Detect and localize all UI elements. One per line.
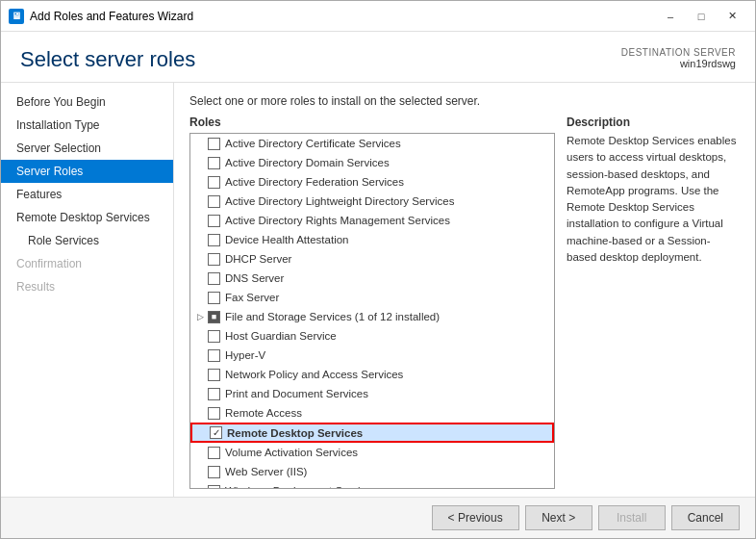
- sidebar-item-remote-desktop-services[interactable]: Remote Desktop Services: [1, 206, 173, 229]
- server-name: win19rdswg: [621, 58, 736, 69]
- role-label: DHCP Server: [225, 253, 291, 265]
- close-button[interactable]: ✕: [717, 3, 747, 30]
- expand-icon: [194, 292, 206, 303]
- sidebar-item-confirmation: Confirmation: [1, 252, 173, 275]
- expand-icon: [194, 349, 206, 361]
- expand-icon: [194, 330, 206, 342]
- role-checkbox[interactable]: [208, 330, 220, 343]
- expand-icon: [194, 253, 206, 265]
- footer: < Previous Next > Install Cancel: [1, 497, 755, 538]
- expand-icon: [194, 138, 206, 149]
- role-checkbox[interactable]: ✓: [210, 426, 222, 439]
- window-title: Add Roles and Features Wizard: [30, 10, 655, 23]
- role-checkbox[interactable]: [208, 388, 220, 400]
- role-label: Hyper-V: [225, 349, 265, 361]
- sidebar-item-server-roles[interactable]: Server Roles: [1, 160, 173, 183]
- role-label: Device Health Attestation: [225, 234, 349, 245]
- role-label: Active Directory Federation Services: [225, 176, 404, 188]
- sidebar-item-before-you-begin[interactable]: Before You Begin: [1, 90, 173, 114]
- role-label: Remote Access: [225, 407, 302, 419]
- page-title: Select server roles: [20, 47, 195, 72]
- sidebar-item-installation-type[interactable]: Installation Type: [1, 114, 173, 137]
- role-label: Active Directory Certificate Services: [225, 138, 401, 149]
- main-window: 🖥 Add Roles and Features Wizard – □ ✕ Se…: [0, 0, 756, 539]
- expand-icon: [196, 427, 208, 439]
- sidebar-item-features[interactable]: Features: [1, 183, 173, 206]
- window-controls: – □ ✕: [655, 3, 747, 30]
- role-label: Volume Activation Services: [225, 447, 358, 458]
- expand-icon: [194, 447, 206, 458]
- role-item[interactable]: Volume Activation Services: [190, 443, 554, 462]
- role-item[interactable]: Windows Deployment Services: [190, 481, 554, 489]
- title-bar: 🖥 Add Roles and Features Wizard – □ ✕: [1, 1, 755, 32]
- expand-icon: [194, 272, 206, 284]
- role-checkbox[interactable]: [208, 234, 220, 246]
- role-item[interactable]: DHCP Server: [190, 249, 554, 269]
- role-checkbox[interactable]: [208, 215, 220, 227]
- role-item[interactable]: Network Policy and Access Services: [190, 365, 554, 384]
- role-label: Print and Document Services: [225, 388, 368, 399]
- role-checkbox[interactable]: [208, 138, 220, 150]
- role-item[interactable]: Fax Server: [190, 288, 554, 307]
- role-label: Host Guardian Service: [225, 330, 337, 342]
- roles-list[interactable]: Active Directory Certificate ServicesAct…: [189, 133, 555, 489]
- role-item[interactable]: Host Guardian Service: [190, 326, 554, 346]
- role-item[interactable]: Web Server (IIS): [190, 462, 554, 481]
- role-label: Fax Server: [225, 292, 279, 303]
- role-checkbox[interactable]: [208, 407, 220, 420]
- role-label: Network Policy and Access Services: [225, 369, 403, 380]
- roles-label: Roles: [189, 116, 555, 129]
- role-item[interactable]: Remote Access: [190, 403, 554, 423]
- role-label: Active Directory Lightweight Directory S…: [225, 195, 454, 207]
- main-body: Before You Begin Installation Type Serve…: [1, 83, 755, 497]
- role-item[interactable]: Active Directory Lightweight Directory S…: [190, 192, 554, 211]
- header-section: Select server roles DESTINATION SERVER w…: [1, 32, 755, 83]
- sidebar-item-server-selection[interactable]: Server Selection: [1, 137, 173, 160]
- role-item[interactable]: Active Directory Federation Services: [190, 172, 554, 192]
- role-item[interactable]: DNS Server: [190, 269, 554, 288]
- role-item[interactable]: ✓Remote Desktop Services: [190, 423, 554, 443]
- role-label: Windows Deployment Services: [225, 485, 378, 489]
- instruction-text: Select one or more roles to install on t…: [189, 94, 740, 108]
- expand-icon: [194, 388, 206, 399]
- role-checkbox[interactable]: [208, 253, 220, 266]
- app-icon: 🖥: [9, 9, 24, 24]
- role-checkbox[interactable]: [208, 369, 220, 381]
- previous-button[interactable]: < Previous: [432, 505, 519, 530]
- sidebar-item-role-services[interactable]: Role Services: [1, 229, 173, 252]
- role-checkbox[interactable]: [208, 272, 220, 285]
- role-item[interactable]: Active Directory Certificate Services: [190, 134, 554, 153]
- role-checkbox[interactable]: ■: [208, 311, 220, 323]
- role-label: File and Storage Services (1 of 12 insta…: [225, 311, 440, 322]
- sidebar-item-results: Results: [1, 275, 173, 298]
- role-checkbox[interactable]: [208, 466, 220, 478]
- role-checkbox[interactable]: [208, 195, 220, 208]
- expand-icon: [194, 176, 206, 188]
- role-checkbox[interactable]: [208, 157, 220, 169]
- role-checkbox[interactable]: [208, 447, 220, 459]
- description-label: Description: [567, 116, 740, 129]
- content-area: Select server roles DESTINATION SERVER w…: [1, 32, 755, 538]
- maximize-button[interactable]: □: [686, 3, 717, 30]
- expand-icon: [194, 466, 206, 477]
- destination-label: DESTINATION SERVER: [621, 47, 736, 58]
- role-item[interactable]: Print and Document Services: [190, 384, 554, 403]
- role-item[interactable]: Active Directory Domain Services: [190, 153, 554, 172]
- role-checkbox[interactable]: [208, 176, 220, 189]
- cancel-button[interactable]: Cancel: [671, 505, 740, 530]
- role-label: Active Directory Rights Management Servi…: [225, 215, 450, 226]
- role-label: DNS Server: [225, 272, 284, 284]
- roles-panel: Roles Active Directory Certificate Servi…: [189, 116, 555, 489]
- install-button[interactable]: Install: [598, 505, 666, 530]
- role-checkbox[interactable]: [208, 485, 220, 490]
- role-item[interactable]: Hyper-V: [190, 346, 554, 365]
- next-button[interactable]: Next >: [525, 505, 592, 530]
- role-item[interactable]: Active Directory Rights Management Servi…: [190, 211, 554, 230]
- role-checkbox[interactable]: [208, 292, 220, 304]
- expand-icon: [194, 485, 206, 489]
- role-item[interactable]: Device Health Attestation: [190, 230, 554, 249]
- role-item[interactable]: ▷■File and Storage Services (1 of 12 ins…: [190, 307, 554, 326]
- expand-icon[interactable]: ▷: [194, 311, 206, 322]
- role-checkbox[interactable]: [208, 349, 220, 362]
- minimize-button[interactable]: –: [655, 3, 686, 30]
